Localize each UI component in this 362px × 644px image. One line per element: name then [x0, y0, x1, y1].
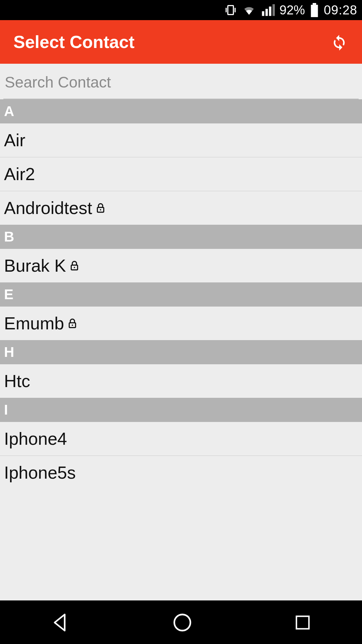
section-header: E: [0, 282, 362, 307]
contact-row[interactable]: Iphone5s: [0, 456, 362, 489]
system-nav-bar: [0, 600, 362, 644]
contact-name: Air2: [4, 164, 35, 184]
svg-rect-6: [273, 4, 275, 16]
svg-point-15: [174, 614, 190, 631]
svg-rect-0: [228, 6, 234, 15]
svg-point-14: [72, 324, 73, 326]
svg-rect-7: [313, 3, 316, 5]
status-bar: 92% 09:28: [0, 0, 362, 20]
contact-row[interactable]: Air: [0, 123, 362, 157]
contact-row[interactable]: Androidtest: [0, 191, 362, 225]
svg-rect-5: [269, 7, 271, 16]
battery-percentage: 92%: [280, 3, 305, 17]
svg-point-10: [100, 209, 101, 210]
wifi-icon: [242, 3, 256, 17]
lock-icon: [94, 202, 107, 214]
section-header: I: [0, 398, 362, 422]
nav-back-button[interactable]: [49, 610, 73, 635]
search-input[interactable]: [3, 67, 359, 99]
battery-icon: [310, 3, 319, 17]
contact-row[interactable]: Emumb: [0, 307, 362, 340]
contact-name: Iphone4: [4, 429, 67, 449]
vibrate-icon: [224, 3, 237, 17]
section-header: H: [0, 340, 362, 364]
contact-row[interactable]: Burak K: [0, 249, 362, 282]
lock-icon: [68, 259, 81, 272]
clock: 09:28: [324, 3, 357, 17]
svg-rect-8: [311, 5, 318, 17]
svg-rect-3: [262, 11, 264, 16]
svg-rect-4: [265, 9, 268, 16]
svg-rect-16: [296, 616, 309, 629]
contact-list[interactable]: AAirAir2AndroidtestBBurak KEEmumbHHtcIIp…: [0, 99, 362, 600]
contact-name: Emumb: [4, 313, 64, 333]
contact-name: Androidtest: [4, 198, 92, 218]
nav-home-button[interactable]: [170, 610, 194, 635]
contact-row[interactable]: Htc: [0, 364, 362, 398]
contact-name: Burak K: [4, 256, 66, 276]
search-bar: [0, 64, 362, 99]
app-bar: Select Contact: [0, 20, 362, 64]
lock-icon: [66, 317, 79, 330]
cell-signal-icon: [261, 3, 275, 17]
refresh-button[interactable]: [330, 33, 349, 51]
contact-name: Htc: [4, 371, 30, 391]
section-header: A: [0, 99, 362, 123]
contact-row[interactable]: Air2: [0, 157, 362, 191]
svg-point-12: [74, 267, 75, 268]
section-header: B: [0, 225, 362, 249]
contact-row[interactable]: Iphone4: [0, 422, 362, 456]
contact-name: Air: [4, 130, 25, 150]
page-title: Select Contact: [13, 32, 134, 52]
nav-recent-button[interactable]: [292, 612, 313, 633]
contact-name: Iphone5s: [4, 463, 76, 483]
